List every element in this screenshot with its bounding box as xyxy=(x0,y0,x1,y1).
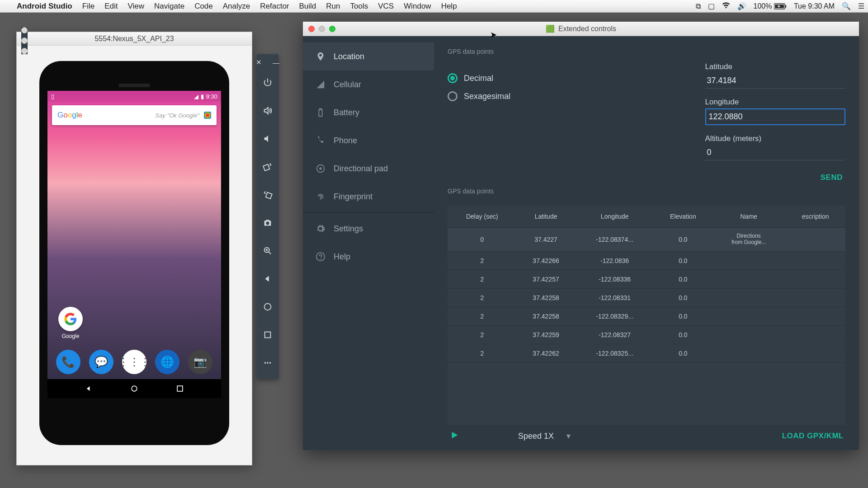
back-icon[interactable] xyxy=(84,384,93,393)
latitude-input[interactable] xyxy=(705,73,845,89)
sidebar-item-settings[interactable]: Settings xyxy=(303,215,434,243)
airplay-icon[interactable]: ▢ xyxy=(704,2,718,10)
messages-app-icon[interactable]: 💬 xyxy=(89,350,113,374)
google-app-icon[interactable]: Google xyxy=(58,307,83,339)
table-row[interactable]: 037.4227-122.08374...0.0Directions from … xyxy=(448,228,845,252)
cell-elev: 0.0 xyxy=(654,307,712,325)
radio-icon xyxy=(448,73,458,83)
window-titlebar: 5554:Nexus_5X_API_23 xyxy=(17,32,252,46)
menu-build[interactable]: Build xyxy=(294,2,321,11)
menu-view[interactable]: View xyxy=(123,2,149,11)
table-row[interactable]: 237.42258-122.083310.0 xyxy=(448,288,845,307)
menu-file[interactable]: File xyxy=(77,2,99,11)
sidebar-item-label: Help xyxy=(334,252,350,262)
more-icon[interactable] xyxy=(257,349,278,377)
close-icon[interactable]: ✕ xyxy=(256,58,262,66)
svg-rect-5 xyxy=(263,164,269,171)
volume-down-icon[interactable] xyxy=(257,125,278,153)
google-logo: Google xyxy=(57,111,82,120)
radio-decimal[interactable]: Decimal xyxy=(448,73,510,83)
cell-elev: 0.0 xyxy=(654,344,712,362)
cell-desc xyxy=(785,325,845,344)
sidebar-item-help[interactable]: Help xyxy=(303,243,434,271)
device-screen[interactable]: ▯ ◢▮9:30 Google Say "Ok Google" Google 📞… xyxy=(47,91,221,398)
recents-icon[interactable] xyxy=(175,384,184,393)
traffic-max[interactable] xyxy=(21,48,28,54)
sidebar-item-fingerprint[interactable]: Fingerprint xyxy=(303,183,434,211)
cell-lat: 37.42257 xyxy=(517,270,576,288)
google-search-bar[interactable]: Google Say "Ok Google" xyxy=(52,105,217,125)
wifi-icon[interactable] xyxy=(718,2,734,10)
menu-refactor[interactable]: Refactor xyxy=(255,2,294,11)
cell-name xyxy=(712,251,785,270)
radio-sexagesimal[interactable]: Sexagesimal xyxy=(448,91,510,101)
table-row[interactable]: 237.42258-122.08329...0.0 xyxy=(448,307,845,325)
rotate-left-icon[interactable] xyxy=(257,153,278,181)
sidebar-item-dpad[interactable]: Directional pad xyxy=(303,155,434,183)
menu-navigate[interactable]: Navigate xyxy=(149,2,189,11)
menu-run[interactable]: Run xyxy=(321,2,345,11)
menu-code[interactable]: Code xyxy=(189,2,218,11)
sidebar-item-phone[interactable]: Phone xyxy=(303,127,434,155)
cursor-icon: ➤ xyxy=(490,30,497,40)
longitude-input[interactable] xyxy=(705,108,845,125)
traffic-close[interactable] xyxy=(308,26,315,32)
load-gpx-button[interactable]: LOAD GPX/KML xyxy=(782,432,844,441)
zoom-icon[interactable] xyxy=(257,237,278,265)
camera-app-icon[interactable]: 📷 xyxy=(188,350,212,374)
menu-tools[interactable]: Tools xyxy=(345,2,373,11)
play-button[interactable] xyxy=(449,430,459,442)
menu-analyze[interactable]: Analyze xyxy=(218,2,255,11)
menu-help[interactable]: Help xyxy=(436,2,462,11)
speed-select[interactable]: Speed 1X▾ xyxy=(518,431,571,441)
traffic-max[interactable] xyxy=(329,26,335,32)
mic-icon[interactable] xyxy=(204,112,211,119)
apps-drawer-icon[interactable]: ⋮⋮⋮ xyxy=(122,350,146,374)
clock[interactable]: Tue 9:30 AM xyxy=(790,2,838,10)
col-elev: Elevation xyxy=(654,206,712,228)
home-button-icon[interactable] xyxy=(257,293,278,321)
traffic-close[interactable] xyxy=(21,27,28,33)
table-row[interactable]: 237.42257-122.083360.0 xyxy=(448,270,845,288)
sidebar-item-cellular[interactable]: Cellular xyxy=(303,70,434,99)
cell-elev: 0.0 xyxy=(654,228,712,252)
cell-lon: -122.08327 xyxy=(575,325,654,344)
screens-icon[interactable]: ⧉ xyxy=(692,2,704,10)
traffic-min[interactable] xyxy=(21,38,28,44)
cell-desc xyxy=(785,270,845,288)
spotlight-icon[interactable]: 🔍 xyxy=(838,2,854,10)
menu-icon[interactable]: ☰ xyxy=(854,2,868,10)
cell-desc xyxy=(785,344,845,362)
menu-vcs[interactable]: VCS xyxy=(373,2,399,11)
table-row[interactable]: 237.42262-122.08325...0.0 xyxy=(448,344,845,362)
home-icon[interactable] xyxy=(130,384,139,393)
phone-app-icon[interactable]: 📞 xyxy=(56,350,80,374)
cell-lat: 37.42262 xyxy=(517,344,576,362)
sidebar-item-battery[interactable]: Battery xyxy=(303,99,434,127)
table-row[interactable]: 237.42266-122.08360.0 xyxy=(448,251,845,270)
menu-edit[interactable]: Edit xyxy=(99,2,123,11)
sidebar-item-location[interactable]: Location xyxy=(303,42,434,70)
back-button-icon[interactable] xyxy=(257,265,278,293)
browser-app-icon[interactable]: 🌐 xyxy=(155,350,179,374)
longitude-field: Longitude xyxy=(705,98,845,125)
google-app-label: Google xyxy=(58,333,83,339)
altitude-field: Altitude (meters) xyxy=(705,134,845,160)
rotate-right-icon[interactable] xyxy=(257,181,278,209)
send-button[interactable]: SEND xyxy=(818,169,845,186)
menu-window[interactable]: Window xyxy=(399,2,436,11)
screenshot-icon[interactable] xyxy=(257,209,278,237)
overview-button-icon[interactable] xyxy=(257,321,278,349)
cell-elev: 0.0 xyxy=(654,251,712,270)
table-row[interactable]: 237.42259-122.083270.0 xyxy=(448,325,845,344)
sidebar-item-label: Cellular xyxy=(334,80,361,89)
traffic-min[interactable] xyxy=(319,26,325,32)
altitude-input[interactable] xyxy=(705,145,845,160)
power-icon[interactable] xyxy=(257,69,278,97)
volume-icon[interactable]: 🔊 xyxy=(734,2,750,10)
minimize-icon[interactable]: — xyxy=(273,59,279,66)
battery-status[interactable]: 100% xyxy=(750,2,790,10)
volume-up-icon[interactable] xyxy=(257,97,278,125)
app-name[interactable]: Android Studio xyxy=(12,2,77,11)
section-label: GPS data points xyxy=(448,188,845,195)
